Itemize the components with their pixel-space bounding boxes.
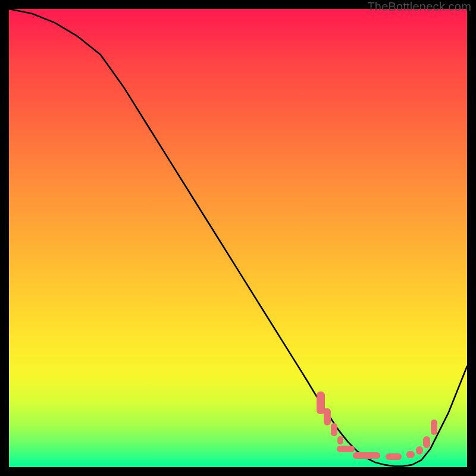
attribution-text: TheBottleneck.com (367, 0, 471, 14)
optimal-range-marker (324, 408, 331, 425)
chart-frame: TheBottleneck.com (0, 0, 476, 476)
curve-layer (9, 9, 467, 467)
optimal-range-marker (416, 446, 423, 455)
plot-area (9, 9, 467, 467)
optimal-range-marker (423, 436, 430, 448)
optimal-range-marker (331, 423, 338, 436)
optimal-range-marker (337, 446, 355, 452)
optimal-range-marker (406, 451, 415, 458)
optimal-range-marker (353, 452, 380, 459)
optimal-range-marker (386, 453, 402, 460)
optimal-range-marker (431, 419, 438, 435)
optimal-range-marker (337, 436, 343, 444)
bottleneck-curve (9, 9, 467, 466)
